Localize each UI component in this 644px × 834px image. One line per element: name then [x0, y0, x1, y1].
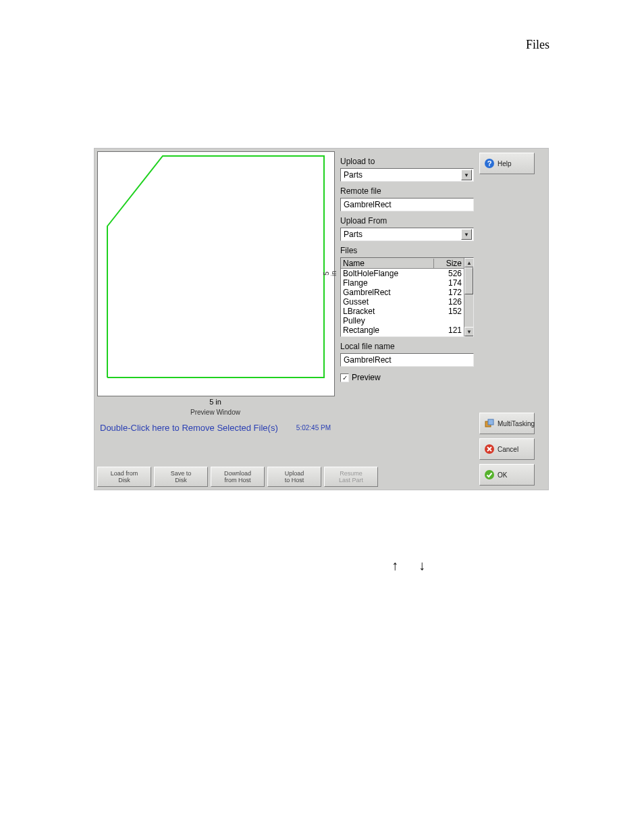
list-item: Rectangle131 — [341, 335, 464, 336]
files-label: Files — [340, 246, 471, 255]
scrollbar[interactable]: ▲ ▼ — [464, 258, 473, 336]
scroll-up-icon[interactable]: ▲ — [464, 258, 474, 267]
list-item: Flange174 — [341, 278, 464, 288]
download-from-host-button[interactable]: Download from Host — [211, 467, 265, 487]
multitasking-button[interactable]: MultiTasking — [479, 413, 535, 434]
x-axis-label: 5 in — [97, 398, 333, 406]
preview-column: 5 in 5 in Preview Window Double-Click he… — [95, 149, 336, 490]
svg-rect-3 — [488, 419, 493, 425]
upload-to-label: Upload to — [340, 157, 471, 166]
part-outline — [98, 152, 336, 397]
list-item: Pulley — [341, 316, 464, 325]
upload-to-value: Parts — [344, 170, 363, 180]
upload-from-select[interactable]: Parts ▼ — [340, 228, 474, 241]
preview-window — [97, 151, 335, 396]
dropdown-icon[interactable]: ▼ — [461, 170, 472, 180]
help-button[interactable]: ? Help — [479, 153, 535, 174]
upload-to-select[interactable]: Parts ▼ — [340, 168, 474, 182]
form-column: Upload to Parts ▼ Remote file GambrelRec… — [336, 149, 475, 490]
remote-file-input[interactable]: GambrelRect — [340, 198, 474, 211]
page-header: Files — [526, 38, 549, 52]
col-name-header[interactable]: Name — [341, 259, 434, 268]
help-label: Help — [498, 160, 512, 167]
side-button-column: ? Help MultiTasking Cancel — [475, 149, 548, 490]
remote-file-value: GambrelRect — [344, 200, 392, 209]
arrow-indicators: ↑ ↓ — [392, 558, 425, 573]
preview-checkbox-label: Preview — [352, 373, 381, 382]
list-item: BoltHoleFlange526 — [341, 269, 464, 278]
cancel-button[interactable]: Cancel — [479, 438, 535, 460]
checkbox-icon[interactable]: ✓ — [340, 373, 349, 382]
list-item: Rectangle121 — [341, 325, 464, 335]
preview-checkbox[interactable]: ✓ Preview — [340, 373, 471, 382]
ok-icon — [484, 469, 495, 480]
upload-from-value: Parts — [344, 230, 363, 239]
arrow-up-icon: ↑ — [392, 558, 398, 573]
scroll-down-icon[interactable]: ▼ — [464, 327, 474, 336]
remote-file-label: Remote file — [340, 186, 471, 196]
timestamp: 5:02:45 PM — [296, 424, 331, 432]
upload-to-host-button[interactable]: Upload to Host — [267, 467, 321, 487]
preview-caption: Preview Window — [97, 409, 333, 416]
scroll-thumb[interactable] — [464, 267, 473, 294]
scroll-track[interactable] — [464, 267, 473, 327]
svg-point-5 — [485, 470, 494, 479]
list-item: Gusset126 — [341, 297, 464, 307]
arrow-down-icon: ↓ — [419, 558, 425, 573]
col-size-header[interactable]: Size — [434, 259, 464, 268]
bottom-toolbar: Load from Disk Save to Disk Download fro… — [97, 467, 378, 487]
ok-button[interactable]: OK — [479, 464, 535, 486]
dropdown-icon[interactable]: ▼ — [461, 229, 472, 240]
local-file-value: GambrelRect — [344, 355, 392, 365]
svg-text:?: ? — [487, 159, 492, 167]
cancel-label: Cancel — [498, 446, 518, 453]
help-icon: ? — [484, 158, 495, 169]
upload-from-label: Upload From — [340, 216, 471, 226]
save-to-disk-button[interactable]: Save to Disk — [154, 467, 208, 487]
local-file-input[interactable]: GambrelRect — [340, 353, 474, 367]
ok-label: OK — [498, 471, 507, 479]
multitasking-label: MultiTasking — [498, 420, 535, 427]
list-item: LBracket152 — [341, 307, 464, 316]
list-header[interactable]: Name Size — [341, 258, 464, 269]
load-from-disk-button[interactable]: Load from Disk — [97, 467, 151, 487]
resume-last-part-button[interactable]: Resume Last Part — [324, 467, 378, 487]
local-file-label: Local file name — [340, 342, 471, 351]
multitasking-icon — [484, 418, 495, 429]
files-listview[interactable]: Name Size BoltHoleFlange526 Flange174 Ga… — [340, 257, 474, 337]
list-item: GambrelRect172 — [341, 288, 464, 297]
y-axis-label: 5 in — [323, 269, 338, 278]
cancel-icon — [484, 444, 495, 454]
upload-dialog: 5 in 5 in Preview Window Double-Click he… — [94, 148, 549, 490]
remove-files-link[interactable]: Double-Click here to Remove Selected Fil… — [100, 423, 278, 433]
